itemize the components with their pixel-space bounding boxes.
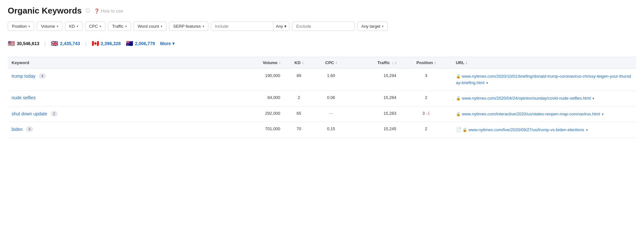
position-cell: 3↓1 — [400, 106, 452, 122]
chevron-down-icon: ▾ — [161, 24, 162, 28]
url-link[interactable]: www.nytimes.com/live/2020/09/27/us/trump… — [469, 127, 584, 132]
filters-row: Position ▾ Volume ▾ KD ▾ CPC ▾ Traffic ▾… — [8, 22, 636, 31]
kd-info-icon: i — [302, 61, 303, 65]
cpc-cell: — — [314, 106, 348, 122]
position-cell: 3 — [400, 69, 452, 91]
kd-cell: 89 — [284, 69, 314, 91]
table-row: biden4701,000700.1515,2452📄 🔒 www.nytime… — [8, 122, 636, 138]
url-cell: 🔒 www.nytimes.com/2020/10/01/briefing/do… — [452, 69, 636, 91]
kd-cell: 70 — [284, 122, 314, 138]
volume-cell: 84,000 — [238, 91, 284, 106]
url-link[interactable]: www.nytimes.com/2020/10/01/briefing/dona… — [456, 74, 631, 85]
cpc-cell: 1.60 — [314, 69, 348, 91]
divider: | — [44, 41, 46, 46]
url-cell: 🔒 www.nytimes.com/2020/04/24/opinion/sun… — [452, 91, 636, 106]
page-header: Organic Keywords ⓘ ❓ How to use — [8, 6, 636, 16]
any-target-filter[interactable]: Any target ▾ — [357, 22, 388, 31]
filter-volume[interactable]: Volume ▾ — [37, 22, 62, 31]
question-icon: ❓ — [94, 8, 99, 14]
col-header-keyword: Keyword — [8, 57, 238, 69]
volume-cell: 292,000 — [238, 106, 284, 122]
traffic-cell: 15,283 — [348, 106, 400, 122]
kd-cell: 2 — [284, 91, 314, 106]
chevron-down-icon: ▾ — [99, 24, 101, 28]
us-flag-icon: 🇺🇸 — [8, 40, 15, 47]
ca-flag-icon: 🇨🇦 — [92, 40, 99, 47]
position-value: 3 — [425, 73, 427, 78]
word-count-badge: 4 — [26, 126, 33, 132]
url-dropdown-icon[interactable]: ▾ — [592, 96, 594, 100]
chevron-down-icon: ▾ — [203, 24, 204, 28]
url-dropdown-icon[interactable]: ▾ — [486, 81, 488, 85]
keyword-cell: trump today4 — [8, 69, 238, 83]
au-flag-icon: 🇦🇺 — [126, 40, 133, 47]
page-title-info-icon[interactable]: ⓘ — [86, 8, 90, 14]
exclude-input[interactable] — [292, 22, 355, 31]
cpc-info-icon: i — [336, 61, 337, 65]
cpc-cell: 0.06 — [314, 91, 348, 106]
lock-icon: 🔒 — [456, 112, 461, 116]
flags-row: 🇺🇸 30,546,613 | 🇬🇧 2,435,743 | 🇨🇦 2,396,… — [8, 37, 636, 50]
more-button[interactable]: More ▾ — [160, 41, 174, 46]
lock-icon: 🔒 — [462, 128, 467, 132]
keywords-table: Keyword Volume i KD i CPC i Traffic ↓ i … — [8, 57, 636, 138]
chevron-down-icon: ▾ — [28, 24, 30, 28]
word-count-badge: 2 — [51, 111, 58, 117]
page-title: Organic Keywords — [8, 6, 82, 16]
any-dropdown[interactable]: Any ▾ — [273, 22, 289, 31]
chevron-down-icon: ▾ — [284, 24, 287, 29]
doc-icon: 📄 — [456, 127, 461, 132]
divider: | — [85, 41, 87, 46]
url-cell: 🔒 www.nytimes.com/interactive/2020/us/st… — [452, 106, 636, 122]
include-filter-group: Any ▾ — [211, 22, 289, 31]
keyword-cell: shut down update2 — [8, 106, 238, 121]
position-cell: 2 — [400, 91, 452, 106]
chevron-down-icon: ▾ — [57, 24, 58, 28]
url-dropdown-icon[interactable]: ▾ — [602, 112, 604, 116]
col-header-url: URL i — [452, 57, 636, 69]
chevron-down-icon: ▾ — [382, 24, 384, 28]
keyword-cell: biden4 — [8, 122, 238, 137]
keyword-cell: nude selfies — [8, 91, 238, 105]
col-header-volume: Volume i — [238, 57, 284, 69]
flag-item-gb[interactable]: 🇬🇧 2,435,743 — [51, 40, 80, 47]
filter-word-count[interactable]: Word count ▾ — [134, 22, 166, 31]
traffic-cell: 15,284 — [348, 91, 400, 106]
position-value: 3 — [422, 111, 425, 116]
kd-cell: 65 — [284, 106, 314, 122]
filter-kd[interactable]: KD ▾ — [65, 22, 82, 31]
col-header-cpc: CPC i — [314, 57, 348, 69]
traffic-cell: 15,294 — [348, 69, 400, 91]
url-info-icon: i — [466, 61, 467, 65]
url-cell: 📄 🔒 www.nytimes.com/live/2020/09/27/us/t… — [452, 122, 636, 138]
chevron-down-icon: ▾ — [125, 24, 127, 28]
volume-cell: 701,000 — [238, 122, 284, 138]
col-header-traffic[interactable]: Traffic ↓ i — [348, 57, 400, 69]
keyword-link[interactable]: shut down update — [12, 111, 47, 116]
url-link[interactable]: www.nytimes.com/interactive/2020/us/stat… — [462, 112, 600, 116]
traffic-info-icon: i — [395, 61, 396, 65]
volume-info-icon: i — [279, 61, 280, 65]
col-header-position: Position i — [400, 57, 452, 69]
lock-icon: 🔒 — [456, 74, 461, 79]
filter-traffic[interactable]: Traffic ▾ — [108, 22, 131, 31]
url-dropdown-icon[interactable]: ▾ — [586, 128, 588, 132]
col-header-kd: KD i — [284, 57, 314, 69]
filter-cpc[interactable]: CPC ▾ — [85, 22, 105, 31]
word-count-badge: 4 — [39, 73, 46, 79]
keyword-link[interactable]: trump today — [12, 73, 35, 79]
url-link[interactable]: www.nytimes.com/2020/04/24/opinion/sunda… — [462, 96, 591, 101]
traffic-cell: 15,245 — [348, 122, 400, 138]
chevron-down-icon: ▾ — [172, 41, 175, 46]
flag-item-au[interactable]: 🇦🇺 2,006,779 — [126, 40, 155, 47]
flag-item-ca[interactable]: 🇨🇦 2,396,328 — [92, 40, 121, 47]
filter-serp-features[interactable]: SERP features ▾ — [169, 22, 208, 31]
include-input[interactable] — [211, 22, 273, 31]
sort-desc-icon: ↓ — [392, 61, 394, 65]
lock-icon: 🔒 — [456, 96, 461, 101]
keyword-link[interactable]: biden — [12, 127, 23, 132]
filter-position[interactable]: Position ▾ — [8, 22, 34, 31]
keyword-link[interactable]: nude selfies — [12, 95, 36, 100]
how-to-use-link[interactable]: ❓ How to use — [94, 8, 123, 14]
table-row: nude selfies84,00020.0615,2842🔒 www.nyti… — [8, 91, 636, 106]
